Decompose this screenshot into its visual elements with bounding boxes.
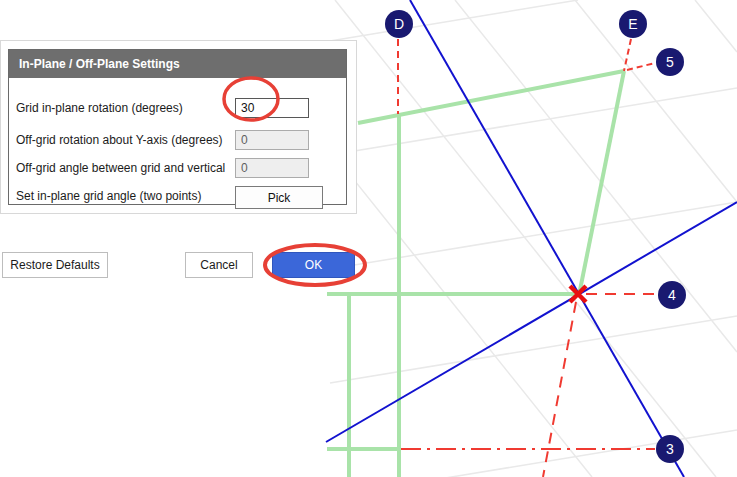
rotated-axis-line-shallow [326,202,737,442]
grid-inplane-rotation-input[interactable] [235,98,309,118]
background-grid-line [455,0,737,352]
leader-line-5 [627,63,655,70]
background-grid-line [575,0,737,202]
restore-defaults-button[interactable]: Restore Defaults [2,252,108,278]
grid-bubble-5[interactable]: 5 [656,48,684,76]
background-grid-line [335,0,716,477]
field-row-pick-angle: Set in-plane grid angle (two points) Pic… [9,186,346,207]
background-grid-line [330,316,737,383]
background-grid-line [330,0,578,41]
grid-bubble-label: 3 [666,441,674,457]
grid-bubble-4[interactable]: 4 [658,281,686,309]
field-row-grid-rotation: Grid in-plane rotation (degrees) [9,98,346,119]
grid-plane-line-right [579,71,624,295]
group-title: In-Plane / Off-Plane Settings [9,50,346,78]
grid-bubble-label: D [394,16,404,32]
rotated-axis-line-steep [410,0,684,477]
field-label: Off-grid angle between grid and vertical [16,158,225,179]
field-label: Grid in-plane rotation (degrees) [16,98,183,119]
inplane-settings-group: In-Plane / Off-Plane Settings Grid in-pl… [8,49,347,205]
grid-bubble-3[interactable]: 3 [656,435,684,463]
grid-bubble-label: 5 [666,54,674,70]
grid-bubble-e[interactable]: E [619,10,647,38]
field-label: Set in-plane grid angle (two points) [16,186,201,207]
grid-bubble-label: 4 [668,287,676,303]
background-grid-line [330,202,737,269]
ok-button[interactable]: OK [272,252,355,278]
grid-bubble-label: E [628,16,637,32]
field-row-offgrid-y-rotation: Off-grid rotation about Y-axis (degrees) [9,130,346,151]
field-label: Off-grid rotation about Y-axis (degrees) [16,130,223,151]
grid-bubble-d[interactable]: D [385,10,413,38]
pick-button[interactable]: Pick [235,186,323,209]
offgrid-y-rotation-input [235,130,309,150]
offgrid-vertical-angle-input [235,158,309,178]
cancel-button[interactable]: Cancel [185,252,253,278]
field-row-offgrid-vertical-angle: Off-grid angle between grid and vertical [9,158,346,179]
app-window: D E 5 4 3 In-Plane / Off-Plane Settings [0,0,737,477]
settings-panel: In-Plane / Off-Plane Settings Grid in-pl… [0,40,357,214]
background-grid-line [695,0,737,52]
